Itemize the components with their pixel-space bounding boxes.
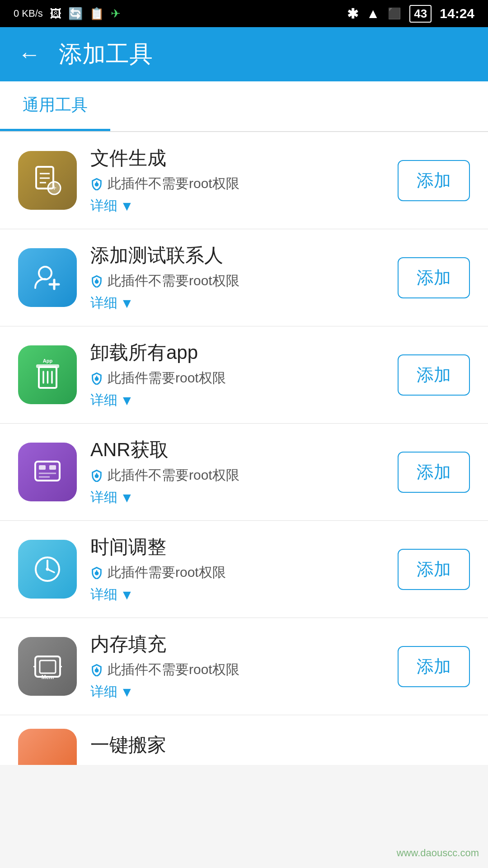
tool-item-time-adjust: 时间调整 此插件需要root权限 详细 ▼ 添加	[0, 521, 488, 618]
tool-info-move-partial: 一键搬家	[90, 732, 470, 761]
tool-name-mem-fill: 内存填充	[90, 632, 384, 657]
signal-icon: ⬛	[388, 7, 401, 20]
svg-point-6	[95, 183, 98, 186]
tool-perm-add-contact: 此插件不需要root权限	[90, 272, 384, 290]
svg-point-19	[95, 377, 98, 380]
tool-info-time-adjust: 时间调整 此插件需要root权限 详细 ▼	[90, 534, 384, 604]
tool-perm-file-gen: 此插件不需要root权限	[90, 175, 384, 193]
sync-icon: 🔄	[68, 7, 83, 21]
tool-icon-add-contact	[18, 248, 77, 307]
svg-text:App: App	[42, 358, 52, 363]
photo-icon: 🖼	[50, 7, 61, 21]
back-button[interactable]: ←	[18, 41, 41, 67]
svg-rect-17	[36, 364, 59, 368]
svg-text:Mem: Mem	[41, 674, 53, 680]
tool-icon-mem-fill: Mem	[18, 637, 77, 696]
battery-indicator: 43	[409, 5, 432, 23]
status-left: 0 KB/s 🖼 🔄 📋 ✈	[14, 7, 121, 21]
tool-info-anr-capture: ANR获取 此插件不需要root权限 详细 ▼	[90, 437, 384, 507]
tool-item-add-contact: 添加测试联系人 此插件不需要root权限 详细 ▼ 添加	[0, 229, 488, 326]
tool-info-add-contact: 添加测试联系人 此插件不需要root权限 详细 ▼	[90, 243, 384, 312]
tool-detail-add-contact[interactable]: 详细 ▼	[90, 294, 384, 312]
svg-point-8	[39, 267, 52, 279]
tool-perm-mem-fill: 此插件不需要root权限	[90, 660, 384, 679]
tool-item-move-partial: 一键搬家	[0, 715, 488, 765]
tool-perm-time-adjust: 此插件需要root权限	[90, 563, 384, 582]
speed-indicator: 0 KB/s	[14, 8, 43, 19]
add-button-uninstall-app[interactable]: 添加	[398, 354, 470, 396]
tool-name-anr-capture: ANR获取	[90, 437, 384, 462]
add-button-anr-capture[interactable]: 添加	[398, 452, 470, 493]
tool-icon-uninstall-app: App	[18, 345, 77, 404]
tool-item-file-gen: + 文件生成 此插件不需要root权限 详细 ▼ 添加	[0, 132, 488, 229]
add-button-time-adjust[interactable]: 添加	[398, 549, 470, 590]
svg-rect-35	[40, 660, 56, 673]
tool-info-uninstall-app: 卸载所有app 此插件需要root权限 详细 ▼	[90, 340, 384, 410]
vpn-icon: ✈	[111, 7, 121, 21]
tool-icon-move-partial	[18, 729, 77, 765]
tool-item-anr-capture: ANR获取 此插件不需要root权限 详细 ▼ 添加	[0, 424, 488, 521]
tool-name-file-gen: 文件生成	[90, 146, 384, 171]
svg-point-11	[95, 280, 98, 283]
tool-name-move-partial: 一键搬家	[90, 732, 470, 758]
watermark: www.daouscc.com	[397, 847, 479, 859]
tool-perm-anr-capture: 此插件不需要root权限	[90, 466, 384, 485]
tool-list: + 文件生成 此插件不需要root权限 详细 ▼ 添加	[0, 132, 488, 765]
tool-item-mem-fill: Mem 内存填充 此插件不需要root权限 详细 ▼ 添加	[0, 618, 488, 715]
tool-detail-anr-capture[interactable]: 详细 ▼	[90, 488, 384, 507]
bluetooth-icon: ✱	[347, 6, 358, 22]
wifi-icon: ▲	[366, 6, 380, 21]
tab-general-tools[interactable]: 通用工具	[0, 81, 110, 131]
svg-point-31	[46, 568, 49, 571]
tool-info-file-gen: 文件生成 此插件不需要root权限 详细 ▼	[90, 146, 384, 215]
tool-detail-mem-fill[interactable]: 详细 ▼	[90, 683, 384, 701]
svg-point-32	[95, 572, 98, 575]
add-button-file-gen[interactable]: 添加	[398, 160, 470, 201]
svg-rect-23	[49, 465, 56, 470]
add-button-mem-fill[interactable]: 添加	[398, 646, 470, 687]
tool-detail-time-adjust[interactable]: 详细 ▼	[90, 585, 384, 604]
clipboard-icon: 📋	[89, 7, 104, 21]
svg-text:+: +	[52, 184, 57, 193]
tool-name-time-adjust: 时间调整	[90, 534, 384, 560]
tool-detail-file-gen[interactable]: 详细 ▼	[90, 197, 384, 215]
svg-rect-21	[35, 462, 60, 481]
tool-info-mem-fill: 内存填充 此插件不需要root权限 详细 ▼	[90, 632, 384, 701]
tool-icon-time-adjust	[18, 540, 77, 599]
add-button-add-contact[interactable]: 添加	[398, 257, 470, 298]
status-right: ✱ ▲ ⬛ 43 14:24	[347, 5, 474, 23]
page-title: 添加工具	[59, 38, 153, 70]
time-display: 14:24	[440, 6, 474, 21]
svg-rect-22	[39, 465, 46, 470]
svg-point-39	[95, 669, 98, 672]
tool-perm-uninstall-app: 此插件需要root权限	[90, 369, 384, 387]
status-bar: 0 KB/s 🖼 🔄 📋 ✈ ✱ ▲ ⬛ 43 14:24	[0, 0, 488, 27]
tool-detail-uninstall-app[interactable]: 详细 ▼	[90, 391, 384, 410]
tool-name-uninstall-app: 卸载所有app	[90, 340, 384, 365]
tool-name-add-contact: 添加测试联系人	[90, 243, 384, 268]
tool-icon-file-gen: +	[18, 151, 77, 210]
svg-point-26	[95, 475, 98, 477]
tool-item-uninstall-app: App 卸载所有app 此插件需要root权限 详细 ▼ 添加	[0, 326, 488, 424]
app-bar: ← 添加工具	[0, 27, 488, 81]
tool-icon-anr-capture	[18, 443, 77, 501]
tab-row: 通用工具	[0, 81, 488, 132]
